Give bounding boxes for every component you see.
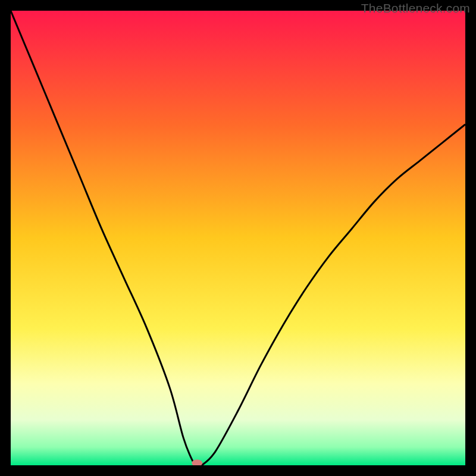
- gradient-background: [11, 11, 465, 465]
- chart-svg: [11, 11, 465, 465]
- plot-area: [11, 11, 465, 465]
- watermark-text: TheBottleneck.com: [361, 1, 470, 15]
- chart-container: TheBottleneck.com: [0, 0, 476, 476]
